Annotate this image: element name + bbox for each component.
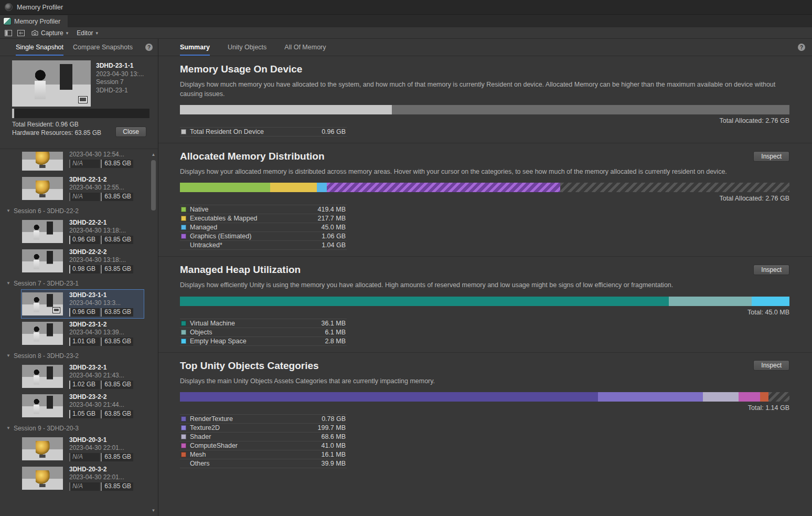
- session-header[interactable]: ▼Session 7 - 3DHD-23-1: [0, 276, 158, 289]
- snapshot-item-3dhd-22-1-2[interactable]: 3DHD-22-1-22023-04-30 12:55...N/A63.85 G…: [21, 174, 144, 203]
- bar-segment-managed[interactable]: [317, 183, 326, 192]
- tab-all-of-memory[interactable]: All Of Memory: [284, 39, 326, 56]
- snapshot-hardware-value: 63.85 GB: [101, 338, 133, 346]
- snapshot-name: 3DHD-20-3-2: [69, 466, 143, 473]
- snapshot-resident-value: N/A: [69, 160, 100, 168]
- scrollbar-thumb[interactable]: [151, 160, 156, 210]
- legend-label: Empty Heap Space: [190, 338, 247, 345]
- legend-row[interactable]: Objects6.1 MB: [180, 328, 347, 337]
- legend-row[interactable]: Empty Heap Space2.8 MB: [180, 337, 347, 346]
- tab-memory-profiler[interactable]: Memory Profiler: [0, 15, 68, 27]
- snapshot-thumbnail: [22, 152, 63, 171]
- toggle-snapshots-panel-button[interactable]: [3, 28, 14, 38]
- selected-snapshot-date: 2023-04-30 13:...: [96, 70, 144, 79]
- selected-snapshot-session: Session 7: [96, 78, 144, 87]
- legend-row[interactable]: Shader68.6 MB: [180, 433, 347, 441]
- bar-segment-untracked[interactable]: [560, 183, 789, 192]
- legend-row[interactable]: ComputeShader41.0 MB: [180, 441, 347, 450]
- legend-row[interactable]: Virtual Machine36.1 MB: [180, 319, 347, 328]
- screen-capture-icon: [78, 96, 88, 103]
- snapshot-item-text: 3DHD-20-3-12023-04-30 22:01...N/A63.85 G…: [69, 436, 143, 461]
- legend-value: 199.7 MB: [317, 424, 346, 431]
- legend-row[interactable]: Total Resident On Device0.96 GB: [180, 128, 347, 136]
- legend-row[interactable]: RenderTexture0.78 GB: [180, 415, 347, 424]
- scroll-down-icon[interactable]: ▼: [152, 508, 156, 514]
- legend-row[interactable]: Untracked*1.04 GB: [180, 241, 347, 250]
- memory-profiler-window: Memory Profiler Memory Profiler Capture …: [0, 0, 812, 516]
- collapse-triangle-icon[interactable]: ▼: [6, 208, 10, 213]
- bar-segment-objects[interactable]: [669, 297, 752, 306]
- tab-compare-snapshots[interactable]: Compare Snapshots: [73, 39, 133, 56]
- snapshot-item-3dhd-20-3-2[interactable]: 3DHD-20-3-22023-04-30 22:01...N/A63.85 G…: [21, 464, 144, 493]
- legend-row[interactable]: Mesh16.1 MB: [180, 450, 347, 459]
- inspect-button[interactable]: Inspect: [753, 265, 789, 275]
- legend-label: Texture2D: [190, 424, 220, 431]
- bar-segment-allocated-remainder[interactable]: [392, 105, 789, 114]
- snapshot-values: N/A63.85 GB: [69, 453, 143, 461]
- bar-segment-native[interactable]: [180, 183, 270, 192]
- bar-segment-texture2d[interactable]: [598, 392, 702, 402]
- session-header[interactable]: ▼Session 6 - 3DHD-22-2: [0, 203, 158, 217]
- snapshot-thumbnail: [22, 365, 63, 388]
- snapshot-item[interactable]: 2023-04-30 12:54...N/A63.85 GB: [21, 152, 144, 174]
- snapshot-item-3dhd-20-3-1[interactable]: 3DHD-20-3-12023-04-30 22:01...N/A63.85 G…: [21, 434, 144, 464]
- summary-help-icon[interactable]: ?: [798, 44, 805, 51]
- snapshot-values: N/A63.85 GB: [69, 482, 143, 491]
- snapshot-item-3dhd-22-2-2[interactable]: 3DHD-22-2-22023-04-30 13:18:...0.98 GB63…: [21, 246, 144, 276]
- collapse-triangle-icon[interactable]: ▼: [6, 426, 10, 430]
- snapshot-item-3dhd-22-2-1[interactable]: 3DHD-22-2-12023-04-30 13:18:...0.96 GB63…: [21, 217, 144, 246]
- snapshot-name: 3DHD-23-1-2: [69, 321, 143, 329]
- bar-segment-others[interactable]: [768, 392, 789, 402]
- bar-segment-virtual-machine[interactable]: [180, 297, 669, 306]
- snapshot-date: 2023-04-30 12:54...: [69, 152, 143, 159]
- snapshot-item-3dhd-23-1-1[interactable]: 3DHD-23-1-12023-04-30 13:3...0.96 GB63.8…: [21, 289, 144, 319]
- editor-target-dropdown[interactable]: Editor ▾: [73, 28, 102, 38]
- bar-segment-mesh[interactable]: [760, 392, 768, 402]
- bar-segment-executables-mapped[interactable]: [270, 183, 317, 192]
- snapshot-item-3dhd-23-1-2[interactable]: 3DHD-23-1-22023-04-30 13:39...1.01 GB63.…: [21, 319, 144, 348]
- legend-row[interactable]: Executables & Mapped217.7 MB: [180, 214, 347, 223]
- snapshot-item-3dhd-23-2-1[interactable]: 3DHD-23-2-12023-04-30 21:43...1.02 GB63.…: [21, 362, 144, 391]
- snapshot-item-text: 3DHD-23-1-22023-04-30 13:39...1.01 GB63.…: [69, 321, 143, 346]
- total-resident-label: Total Resident: 0.96 GB: [12, 121, 101, 129]
- collapse-triangle-icon[interactable]: ▼: [6, 353, 10, 358]
- inspect-button[interactable]: Inspect: [753, 151, 789, 162]
- snapshot-values: 0.98 GB63.85 GB: [69, 265, 143, 273]
- legend-row[interactable]: Texture2D199.7 MB: [180, 424, 347, 433]
- snapshot-item-3dhd-23-2-2[interactable]: 3DHD-23-2-22023-04-30 21:44...1.05 GB63.…: [21, 391, 144, 420]
- bar-segment-empty-heap-space[interactable]: [752, 297, 789, 306]
- legend-row[interactable]: Others39.9 MB: [180, 459, 347, 468]
- legend-label: Untracked*: [190, 241, 222, 249]
- toggle-details-panel-button[interactable]: [15, 28, 27, 38]
- snapshot-resident-value: N/A: [69, 482, 100, 491]
- legend-row[interactable]: Managed45.0 MB: [180, 223, 347, 232]
- close-button[interactable]: Close: [115, 127, 146, 137]
- capture-button[interactable]: Capture ▾: [28, 28, 72, 38]
- inspect-button[interactable]: Inspect: [753, 360, 789, 371]
- legend-swatch: [181, 234, 186, 239]
- sidebar-help-icon[interactable]: ?: [145, 44, 153, 51]
- legend-label: Native: [190, 206, 208, 213]
- tab-summary[interactable]: Summary: [180, 39, 210, 56]
- bar-segment-total-resident-on-device[interactable]: [180, 105, 392, 114]
- bar-segment-rendertexture[interactable]: [180, 392, 598, 402]
- capture-dropdown-icon[interactable]: ▾: [66, 30, 69, 36]
- snapshot-list-scrollbar[interactable]: ▲ ▼: [150, 152, 157, 514]
- legend-row[interactable]: Native419.4 MB: [180, 205, 347, 214]
- tab-single-snapshot[interactable]: Single Snapshot: [16, 39, 63, 56]
- bar-segment-computeshader[interactable]: [739, 392, 760, 402]
- scroll-up-icon[interactable]: ▲: [152, 152, 156, 158]
- bar-segment-graphics-estimated[interactable]: [327, 183, 560, 192]
- window-titlebar[interactable]: Memory Profiler: [0, 0, 812, 15]
- session-header[interactable]: ▼Session 9 - 3DHD-20-3: [0, 420, 158, 434]
- legend-row[interactable]: Graphics (Estimated)1.06 GB: [180, 232, 347, 241]
- section-managed-heap-utilization: Managed Heap Utilization Inspect Display…: [158, 257, 812, 352]
- section-allocated-memory-distribution: Allocated Memory Distribution Inspect Di…: [158, 143, 812, 257]
- section-description: Displays how your allocated memory is di…: [180, 167, 789, 176]
- section-title: Allocated Memory Distribution: [180, 150, 325, 162]
- bar-segment-shader[interactable]: [703, 392, 739, 402]
- collapse-triangle-icon[interactable]: ▼: [6, 281, 10, 286]
- session-header[interactable]: ▼Session 8 - 3DHD-23-2: [0, 348, 158, 362]
- tab-unity-objects[interactable]: Unity Objects: [228, 39, 266, 56]
- legend-label: RenderTexture: [190, 415, 233, 423]
